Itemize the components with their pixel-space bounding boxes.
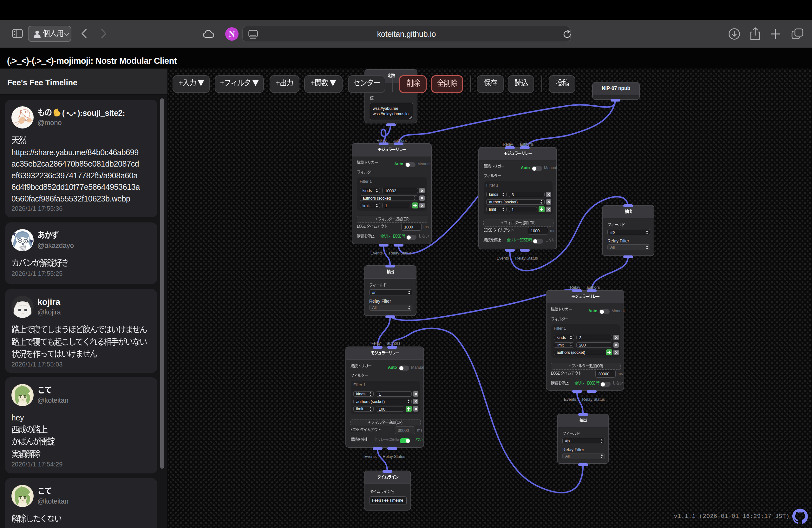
svg-text:N: N — [229, 29, 235, 39]
